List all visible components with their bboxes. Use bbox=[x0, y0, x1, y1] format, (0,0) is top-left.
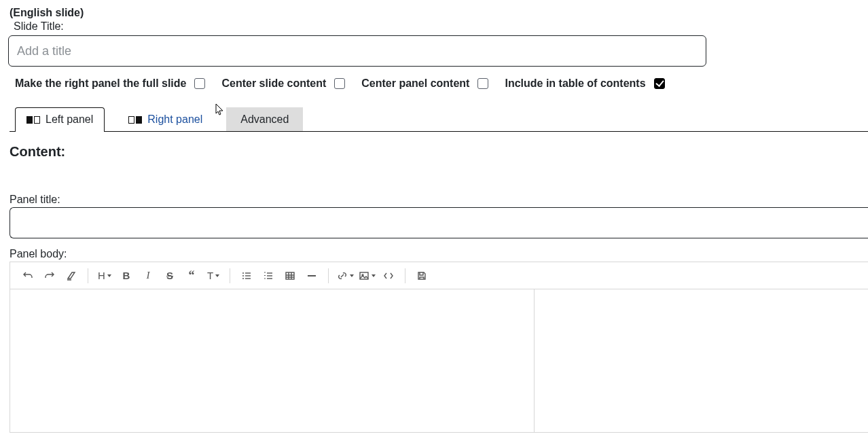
panel-title-label: Panel title: bbox=[10, 194, 868, 206]
strike-icon[interactable]: S bbox=[159, 265, 181, 287]
slide-options-row: Make the right panel the full slide Cent… bbox=[15, 77, 868, 90]
panel-tabs: Left panel Right panel Advanced bbox=[10, 107, 868, 132]
clear-format-icon[interactable] bbox=[60, 265, 82, 287]
svg-rect-11 bbox=[264, 278, 266, 279]
save-icon[interactable] bbox=[411, 265, 433, 287]
tab-advanced-label: Advanced bbox=[240, 113, 289, 126]
option-center-slide-checkbox[interactable] bbox=[334, 78, 345, 89]
option-center-panel-label: Center panel content bbox=[361, 77, 469, 90]
table-icon[interactable] bbox=[279, 265, 301, 287]
svg-rect-10 bbox=[264, 275, 266, 276]
svg-rect-7 bbox=[267, 275, 272, 276]
option-include-toc-label: Include in table of contents bbox=[505, 77, 645, 90]
code-icon[interactable] bbox=[378, 265, 399, 287]
redo-icon[interactable] bbox=[39, 265, 60, 287]
italic-icon[interactable]: I bbox=[137, 265, 159, 287]
svg-rect-1 bbox=[245, 272, 251, 273]
svg-rect-12 bbox=[286, 272, 294, 279]
heading-dropdown[interactable]: H bbox=[94, 265, 115, 287]
right-panel-icon bbox=[128, 116, 142, 124]
slide-title-label: Slide Title: bbox=[14, 20, 868, 33]
left-panel-icon bbox=[26, 116, 40, 124]
svg-rect-9 bbox=[264, 272, 266, 272]
svg-rect-6 bbox=[267, 272, 272, 273]
editor-edit-pane[interactable] bbox=[10, 289, 535, 432]
editor-preview-pane bbox=[535, 289, 868, 432]
svg-rect-8 bbox=[267, 278, 272, 279]
panel-body-editor: H B I S “ T bbox=[10, 262, 868, 433]
svg-point-2 bbox=[242, 275, 244, 276]
panel-title-input[interactable] bbox=[10, 207, 868, 238]
image-dropdown[interactable] bbox=[356, 265, 378, 287]
toolbar-separator bbox=[88, 268, 88, 283]
svg-rect-5 bbox=[245, 278, 251, 279]
option-full-slide-label: Make the right panel the full slide bbox=[15, 77, 186, 90]
horizontal-rule-icon[interactable] bbox=[301, 265, 323, 287]
option-include-toc-checkbox[interactable] bbox=[654, 78, 665, 89]
ordered-list-icon[interactable] bbox=[257, 265, 279, 287]
undo-icon[interactable] bbox=[17, 265, 39, 287]
svg-point-0 bbox=[242, 272, 244, 274]
link-dropdown[interactable] bbox=[334, 265, 356, 287]
tab-left-label: Left panel bbox=[46, 113, 93, 126]
option-center-slide-label: Center slide content bbox=[221, 77, 326, 90]
svg-point-4 bbox=[242, 278, 244, 279]
bold-icon[interactable]: B bbox=[115, 265, 137, 287]
tab-advanced[interactable]: Advanced bbox=[226, 107, 303, 131]
toolbar-separator bbox=[405, 268, 405, 283]
slide-language-label: (English slide) bbox=[10, 7, 868, 19]
option-full-slide-checkbox[interactable] bbox=[194, 78, 205, 89]
svg-rect-3 bbox=[245, 275, 251, 276]
text-style-dropdown[interactable]: T bbox=[202, 265, 224, 287]
tab-right-panel[interactable]: Right panel bbox=[117, 107, 214, 131]
quote-icon[interactable]: “ bbox=[181, 265, 202, 287]
tab-left-panel[interactable]: Left panel bbox=[15, 107, 105, 132]
option-center-panel-checkbox[interactable] bbox=[477, 78, 488, 89]
editor-toolbar: H B I S “ T bbox=[10, 262, 868, 289]
content-heading: Content: bbox=[10, 144, 868, 160]
unordered-list-icon[interactable] bbox=[236, 265, 257, 287]
slide-title-input[interactable] bbox=[8, 35, 706, 67]
toolbar-separator bbox=[328, 268, 329, 283]
editor-body[interactable] bbox=[10, 289, 868, 432]
svg-rect-13 bbox=[360, 272, 368, 279]
toolbar-separator bbox=[230, 268, 230, 283]
tab-right-label: Right panel bbox=[147, 113, 202, 126]
panel-body-label: Panel body: bbox=[10, 248, 868, 260]
